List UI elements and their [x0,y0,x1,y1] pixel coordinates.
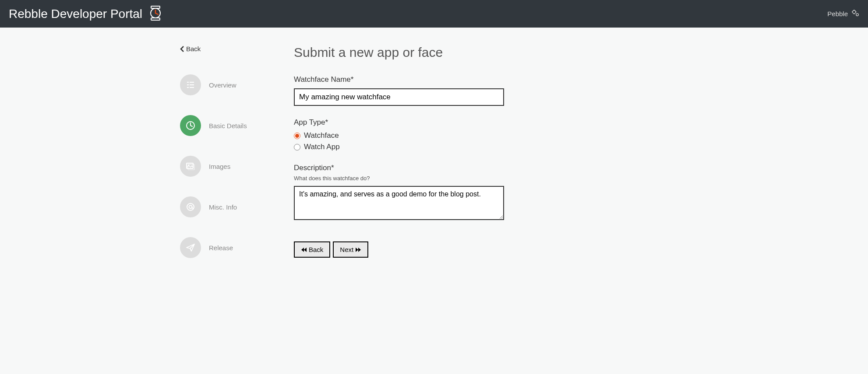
radio-watchapp[interactable]: Watch App [294,143,697,151]
image-icon [186,161,195,171]
list-icon [186,80,195,90]
back-button-label: Back [309,246,323,253]
header-brand[interactable]: Rebble Developer Portal [9,5,163,23]
svg-point-22 [189,206,192,209]
main-container: Back Overview [171,28,697,278]
step-label: Release [209,244,233,252]
step-label: Images [209,163,230,170]
radio-watchface-label: Watchface [304,131,339,140]
svg-point-4 [854,11,855,13]
svg-rect-15 [187,87,189,88]
paper-plane-icon [186,243,195,252]
name-label: Watchface Name* [294,75,697,84]
step-images-circle [180,156,201,177]
gears-icon [851,9,859,18]
svg-rect-12 [190,82,194,83]
forward-icon [355,247,361,252]
svg-point-10 [857,14,858,15]
svg-rect-14 [190,84,194,85]
step-images[interactable]: Images [180,156,281,177]
radio-watchface-input[interactable] [294,133,300,139]
description-label: Description* [294,164,697,172]
description-field-group: Description* What does this watchface do… [294,164,697,222]
at-icon [186,202,195,212]
chevron-left-icon [180,46,184,52]
description-help: What does this watchface do? [294,175,697,182]
app-type-radio-group: Watchface Watch App [294,131,697,151]
back-button[interactable]: Back [294,241,330,258]
svg-rect-11 [187,82,189,83]
wizard-sidebar: Back Overview [171,45,281,278]
site-title: Rebble Developer Portal [9,7,142,21]
next-button[interactable]: Next [333,241,368,258]
step-basic-details-circle [180,115,201,136]
svg-rect-16 [190,87,194,88]
step-release[interactable]: Release [180,237,281,258]
next-button-label: Next [340,246,353,253]
user-menu[interactable]: Pebble [827,9,859,18]
description-input[interactable] [294,186,504,220]
svg-point-21 [187,203,194,210]
clock-icon [186,121,195,130]
step-basic-details[interactable]: Basic Details [180,115,281,136]
type-field-group: App Type* Watchface Watch App [294,118,697,151]
watchface-name-input[interactable] [294,88,504,106]
form-content: Submit a new app or face Watchface Name*… [281,45,697,278]
rebble-logo-icon [148,5,163,23]
name-field-group: Watchface Name* [294,75,697,106]
back-label: Back [186,45,201,52]
back-link[interactable]: Back [180,45,281,52]
button-row: Back Next [294,241,697,258]
step-label: Misc. Info [209,203,237,211]
step-release-circle [180,237,201,258]
type-label: App Type* [294,118,697,127]
step-overview-circle [180,74,201,95]
app-header: Rebble Developer Portal Pebble [0,0,868,28]
radio-watchapp-label: Watch App [304,143,340,151]
rewind-icon [301,247,307,252]
svg-rect-13 [187,84,189,85]
step-label: Overview [209,81,236,89]
step-misc-info[interactable]: Misc. Info [180,196,281,217]
radio-watchface[interactable]: Watchface [294,131,697,140]
radio-watchapp-input[interactable] [294,144,300,150]
step-label: Basic Details [209,122,247,129]
step-overview[interactable]: Overview [180,74,281,95]
user-label: Pebble [827,10,848,17]
page-title: Submit a new app or face [294,45,697,60]
step-misc-info-circle [180,196,201,217]
